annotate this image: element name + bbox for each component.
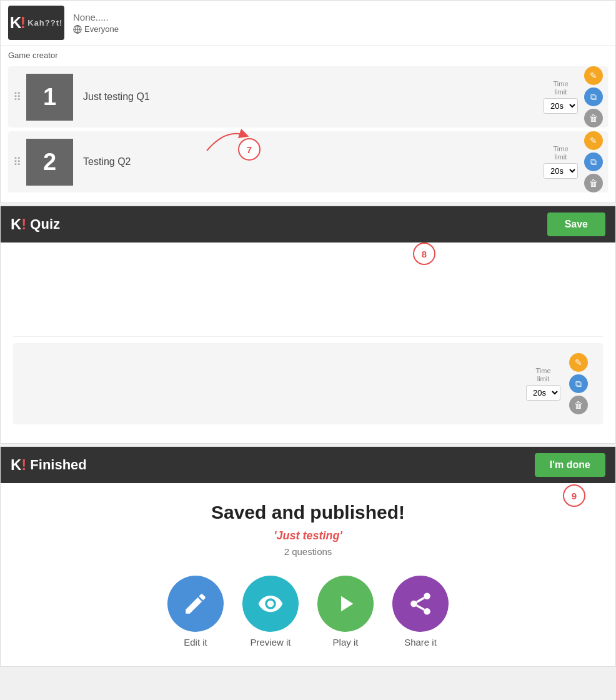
preview-it-wrapper: Preview it [242, 576, 299, 648]
delete-button-1[interactable]: 🗑 [584, 109, 603, 128]
saved-published-heading: Saved and published! [13, 502, 603, 523]
edit-button-2[interactable]: ✎ [584, 131, 603, 150]
action-buttons: Edit it Preview it Play it [13, 576, 603, 648]
quiz-meta: None..... Everyone [73, 12, 119, 34]
time-section-2: Timelimit 20s 30s 60s [544, 145, 578, 179]
quiz-copy-button[interactable]: ⧉ [569, 374, 588, 393]
finished-title: K! Finished [11, 456, 87, 474]
question-actions-1: ✎ ⧉ 🗑 [584, 66, 603, 128]
quiz-delete-button[interactable]: 🗑 [569, 396, 588, 414]
quiz-question-area: Timelimit 20s 30s 60s ✎ ⧉ 🗑 [13, 343, 603, 424]
pencil-icon [182, 591, 209, 617]
delete-button-2[interactable]: 🗑 [584, 174, 603, 192]
question-actions-2: ✎ ⧉ 🗑 [584, 131, 603, 192]
question-row-2: ⠿ 2 Testing Q2 Timelimit 20s 30s 60s ✎ ⧉… [8, 131, 608, 192]
question-row-1: ⠿ 1 Just testing Q1 Timelimit 20s 30s 60… [8, 66, 608, 128]
svg-point-5 [410, 601, 417, 608]
kahoot-logo: K! Kah??t! [8, 6, 64, 40]
quiz-divider [13, 336, 603, 337]
question-number-2: 2 [26, 139, 73, 186]
edit-button-1[interactable]: ✎ [584, 66, 603, 85]
time-label-1: Timelimit [553, 80, 568, 96]
svg-line-8 [417, 598, 424, 602]
play-icon [332, 591, 359, 617]
quiz-section: K! Quiz Save 8 Timelimit 20s 30s 60s ✎ ⧉… [0, 206, 616, 444]
finished-section: K! Finished I'm done 9 Saved and publish… [0, 446, 616, 667]
globe-icon [73, 25, 82, 34]
annotation-8: 8 [413, 242, 435, 265]
share-it-button[interactable] [392, 576, 449, 632]
everyone-row: Everyone [73, 24, 119, 34]
game-creator-label: Game creator [1, 46, 615, 62]
questions-count: 2 questions [13, 546, 603, 557]
share-it-wrapper: Share it [392, 576, 449, 648]
quiz-editor-panel: K! Kah??t! None..... Everyone Game creat… [0, 0, 616, 203]
question-number-1: 1 [26, 74, 73, 121]
im-done-button[interactable]: I'm done [535, 453, 605, 477]
k-logo: K! [11, 216, 26, 233]
quiz-header: K! Quiz Save [1, 206, 615, 242]
quiz-time-section: Timelimit 20s 30s 60s [526, 367, 560, 401]
quiz-edit-button[interactable]: ✎ [569, 353, 588, 372]
annotation-7: 7 [238, 138, 261, 161]
time-select-1[interactable]: 20s 30s 60s [544, 98, 578, 114]
preview-it-button[interactable] [242, 576, 299, 632]
quiz-question-actions: ✎ ⧉ 🗑 [569, 353, 588, 414]
save-button[interactable]: Save [547, 212, 605, 236]
edit-it-button[interactable] [167, 576, 224, 632]
play-it-button[interactable] [317, 576, 374, 632]
question-title-2: Testing Q2 [73, 156, 544, 168]
annotation-9: 9 [563, 484, 585, 507]
time-label-2: Timelimit [553, 145, 568, 161]
svg-line-7 [417, 606, 424, 610]
play-it-wrapper: Play it [317, 576, 374, 648]
share-icon [407, 591, 434, 617]
drag-handle-2[interactable]: ⠿ [8, 155, 26, 169]
drag-handle-1[interactable]: ⠿ [8, 90, 26, 104]
question-title-1: Just testing Q1 [73, 91, 544, 102]
quiz-time-label: Timelimit [535, 367, 550, 383]
finished-k-logo: K! [11, 456, 26, 474]
time-section-1: Timelimit 20s 30s 60s [544, 80, 578, 114]
copy-button-1[interactable]: ⧉ [584, 88, 603, 106]
share-it-label: Share it [404, 637, 437, 648]
top-header: K! Kah??t! None..... Everyone [1, 1, 615, 46]
time-select-2[interactable]: 20s 30s 60s [544, 163, 578, 179]
finished-header: K! Finished I'm done [1, 447, 615, 483]
edit-it-wrapper: Edit it [167, 576, 224, 648]
eye-icon [257, 591, 284, 617]
quiz-content: Timelimit 20s 30s 60s ✎ ⧉ 🗑 [1, 242, 615, 443]
play-it-label: Play it [333, 637, 359, 648]
quiz-time-select[interactable]: 20s 30s 60s [526, 385, 560, 401]
svg-point-4 [424, 593, 430, 600]
none-text: None..... [73, 12, 119, 22]
svg-point-6 [424, 608, 430, 615]
question-edit-area [13, 255, 603, 330]
copy-button-2[interactable]: ⧉ [584, 152, 603, 171]
quiz-header-title: K! Quiz [11, 216, 60, 233]
quiz-name: 'Just testing' [13, 529, 603, 542]
edit-it-label: Edit it [184, 637, 207, 648]
finished-body: Saved and published! 'Just testing' 2 qu… [1, 483, 615, 666]
preview-it-label: Preview it [250, 637, 291, 648]
